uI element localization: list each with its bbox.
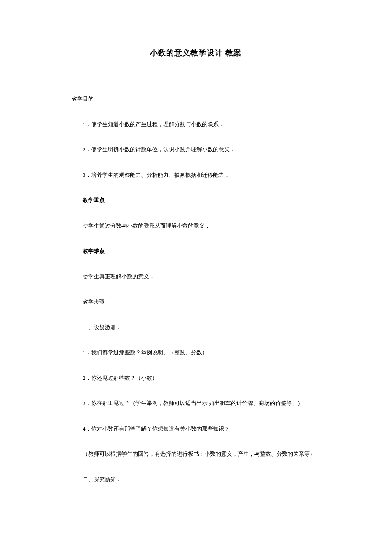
heading-objective: 教学目的 [72, 95, 320, 103]
paragraph: 4．你对小数还有那些了解？你想知道有关小数的那些知识？ [72, 425, 320, 433]
paragraph: 使学生通过分数与小数的联系从而理解小数的意义． [72, 222, 320, 230]
section-heading: 一、设疑激趣． [72, 323, 320, 332]
paragraph: 使学生真正理解小数的意义． [72, 272, 320, 281]
paragraph: 2．使学生明确小数的计数单位，认识小数并理解小数的意义． [72, 145, 320, 154]
paragraph: 3．你在那里见过？（学生举例，教师可以适当出示 如出租车的计价牌、商场的价签等。… [72, 399, 320, 408]
paragraph: 3．培养学生的观察能力、分析能力、抽象概括和迁移能力． [72, 171, 320, 179]
paragraph: 2．你还见过那些数？（小数） [72, 374, 320, 382]
heading-difficulty: 教学难点 [72, 247, 320, 255]
section-heading: 二、探究新知． [72, 475, 320, 484]
document-page: 小数的意义教学设计 教案 教学目的 1．使学生知道小数的产生过程，理解分数与小数… [0, 0, 392, 555]
paragraph: （教师可以根据学生的回答，有选择的进行板书：小数的意义，产生，与整数、分数的关系… [72, 450, 320, 458]
heading-steps: 教学步骤 [72, 298, 320, 306]
paragraph: 1．我们都学过那些数？举例说明。（整数、分数） [72, 348, 320, 357]
document-title: 小数的意义教学设计 教案 [72, 48, 320, 58]
paragraph: 1．使学生知道小数的产生过程，理解分数与小数的联系． [72, 120, 320, 129]
heading-key-point: 教学重点 [72, 196, 320, 205]
